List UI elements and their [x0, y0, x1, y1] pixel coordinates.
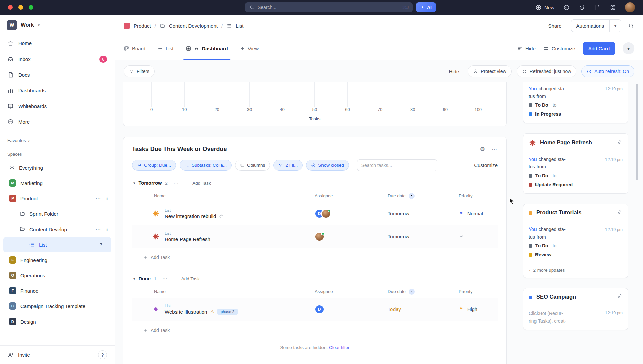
task-search-input[interactable]: [361, 163, 433, 168]
show-closed-chip[interactable]: Show closed: [306, 160, 349, 171]
user-avatar[interactable]: [625, 2, 635, 12]
column-assignee[interactable]: Assignee: [315, 193, 388, 198]
table-row[interactable]: List Home Page Refresh Tomorrow: [132, 225, 498, 248]
table-row[interactable]: List New integration rebuild D: [132, 202, 498, 225]
activity-task-title[interactable]: Product Tutorials: [536, 209, 581, 216]
table-row[interactable]: List Website Illustration ⚠ phase 2 D: [132, 298, 498, 321]
attachment-icon[interactable]: [219, 214, 224, 218]
workspace-switcher[interactable]: W Work ▾: [0, 15, 115, 35]
task-name[interactable]: Home Page Refresh: [165, 236, 210, 242]
notepad-icon[interactable]: [594, 4, 600, 11]
apps-grid-icon[interactable]: [610, 4, 616, 11]
assignee-avatars[interactable]: D: [315, 305, 388, 314]
sidebar-item-engineering[interactable]: E Engineering: [0, 252, 115, 268]
priority-flag-icon[interactable]: [459, 307, 464, 312]
hide-panel-button[interactable]: Hide: [449, 69, 459, 74]
task-status-burst-icon[interactable]: [152, 210, 159, 217]
group-name[interactable]: Tomorrow: [139, 180, 162, 186]
sidebar-item-whiteboards[interactable]: Whiteboards: [0, 98, 115, 114]
group-add-task-button[interactable]: Add Task: [175, 276, 200, 281]
global-search-input[interactable]: [258, 5, 399, 10]
space-add-icon[interactable]: +: [105, 196, 109, 201]
sidebar-item-list-selected[interactable]: List 7: [3, 237, 111, 252]
activity-card-product-tutorials[interactable]: Product Tutorials Youchanged sta- 12:19 …: [523, 204, 628, 278]
sidebar-item-more[interactable]: More: [0, 114, 115, 130]
activity-user[interactable]: You: [529, 86, 537, 91]
hide-views-button[interactable]: Hide: [517, 46, 536, 51]
help-button[interactable]: ?: [98, 350, 107, 359]
task-tag[interactable]: phase 2: [217, 309, 238, 315]
tab-board[interactable]: Board: [124, 37, 145, 60]
add-task-row[interactable]: Add Task: [132, 248, 498, 267]
activity-card-seo-campaign[interactable]: SEO Campaign ClickBot (Recur- 12:19 pm r…: [523, 288, 628, 330]
protect-view-button[interactable]: Protect view: [468, 65, 511, 77]
task-name[interactable]: Website Illustration: [165, 309, 207, 315]
collapse-group-icon[interactable]: ▾: [133, 181, 135, 185]
automations-chevron-icon[interactable]: ▾: [609, 20, 621, 32]
sidebar-item-campaign-tracking-template[interactable]: C Campaign Tracking Template: [0, 298, 115, 314]
link-icon[interactable]: [617, 293, 623, 299]
avatar[interactable]: [315, 232, 324, 241]
priority-flag-icon[interactable]: [459, 211, 464, 216]
column-name[interactable]: Name: [132, 193, 315, 198]
window-minimize-button[interactable]: [18, 5, 23, 10]
filters-count-chip[interactable]: 2 Fil...: [273, 160, 303, 171]
automations-button[interactable]: Automations ▾: [571, 19, 621, 32]
priority-value[interactable]: High: [467, 307, 477, 312]
task-check-icon[interactable]: [563, 4, 570, 11]
breadcrumb-list[interactable]: List: [236, 23, 243, 29]
column-assignee[interactable]: Assignee: [315, 289, 388, 294]
add-task-row[interactable]: Add Task: [132, 321, 498, 340]
assignee-avatars[interactable]: D: [315, 209, 388, 218]
reminders-icon[interactable]: [579, 4, 585, 11]
due-date-value[interactable]: Tomorrow: [388, 211, 409, 216]
space-more-icon[interactable]: ⋯: [95, 195, 101, 202]
task-status-diamond-icon[interactable]: [152, 306, 159, 313]
sidebar-item-docs[interactable]: Docs: [0, 67, 115, 83]
group-by-chip[interactable]: Group: Due...: [132, 160, 176, 171]
refreshed-status-button[interactable]: Refreshed: just now: [517, 65, 577, 77]
sort-ascending-icon[interactable]: [409, 193, 415, 199]
activity-task-title[interactable]: Home Page Refresh: [540, 139, 592, 146]
sidebar-item-inbox[interactable]: Inbox 6: [0, 51, 115, 67]
more-updates-button[interactable]: › 2 more updates: [529, 268, 623, 273]
add-view-button[interactable]: View: [240, 37, 259, 60]
activity-card-home-page-refresh[interactable]: Home Page Refresh Youchanged sta- 12:19 …: [523, 133, 628, 194]
link-icon[interactable]: [617, 209, 623, 215]
main-scrollbar[interactable]: [636, 84, 638, 180]
invite-button[interactable]: Invite: [18, 352, 30, 358]
column-priority[interactable]: Priority: [459, 289, 498, 294]
activity-task-title[interactable]: SEO Campaign: [536, 293, 576, 301]
sidebar-item-product[interactable]: P Product ⋯ +: [0, 191, 115, 206]
task-name[interactable]: New integration rebuild: [165, 213, 216, 219]
column-priority[interactable]: Priority: [459, 193, 498, 198]
new-button[interactable]: New: [535, 4, 554, 11]
collapse-group-icon[interactable]: ▾: [133, 277, 135, 281]
link-icon[interactable]: [617, 139, 623, 145]
auto-refresh-toggle[interactable]: Auto refresh: On: [581, 65, 634, 77]
view-search-icon[interactable]: [628, 23, 634, 29]
sidebar-item-operations[interactable]: O Operations: [0, 268, 115, 283]
group-add-task-button[interactable]: Add Task: [186, 181, 211, 186]
card-settings-icon[interactable]: ⚙: [480, 146, 485, 153]
task-search-field[interactable]: [357, 159, 437, 171]
folder-more-icon[interactable]: ⋯: [95, 226, 101, 233]
assignee-avatars[interactable]: [315, 232, 388, 241]
group-more-icon[interactable]: ⋯: [174, 180, 180, 186]
task-status-burst-icon[interactable]: [152, 233, 159, 240]
sidebar-item-sprint-folder[interactable]: Sprint Folder: [0, 206, 115, 221]
sidebar-item-design[interactable]: D Design: [0, 314, 115, 329]
favorites-section-toggle[interactable]: Favorites ›: [0, 134, 115, 147]
columns-chip[interactable]: Columns: [235, 160, 270, 171]
activity-user[interactable]: You: [529, 157, 537, 162]
priority-flag-icon[interactable]: [459, 234, 464, 239]
column-name[interactable]: Name: [132, 289, 315, 294]
due-date-value[interactable]: Tomorrow: [388, 234, 409, 239]
tab-list[interactable]: List: [157, 37, 173, 60]
tab-dashboard[interactable]: Dashboard: [186, 37, 228, 60]
group-name[interactable]: Done: [139, 276, 151, 281]
sidebar-item-home[interactable]: Home: [0, 35, 115, 51]
breadcrumb-product[interactable]: Product: [134, 23, 151, 29]
subtasks-chip[interactable]: Subtasks: Colla...: [180, 160, 232, 171]
group-more-icon[interactable]: ⋯: [162, 276, 168, 281]
